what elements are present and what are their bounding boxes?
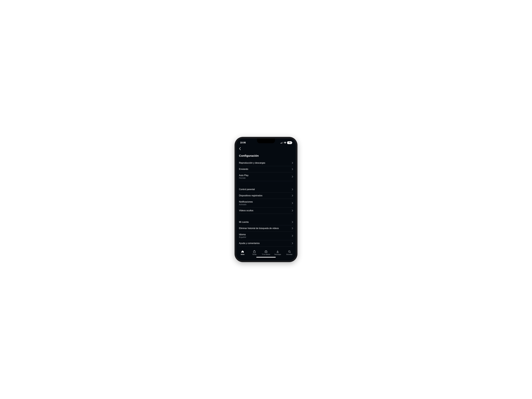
status-time: 10:06 — [240, 141, 246, 144]
chevron-right-icon — [292, 221, 293, 223]
chevron-right-icon — [292, 176, 293, 177]
row-clear-search-history[interactable]: Eliminar historial de búsqueda de videos — [239, 225, 293, 232]
row-label: Auto Play — [239, 174, 248, 177]
chevron-right-icon — [292, 242, 293, 244]
chevron-right-icon — [292, 227, 293, 229]
chevron-right-icon — [292, 235, 293, 237]
tab-find[interactable]: Encontrar — [284, 250, 295, 255]
nav-bar — [236, 146, 296, 152]
row-parental-control[interactable]: Control parental — [239, 186, 293, 193]
tab-store[interactable]: Tienda — [248, 250, 260, 255]
tab-label: TV en directo — [262, 254, 270, 255]
svg-point-6 — [288, 251, 290, 252]
tab-home[interactable]: Inicio — [237, 250, 248, 255]
row-label: Reproducción y descargas — [239, 162, 265, 164]
settings-group: Control parental Dispositivos registrado… — [239, 186, 293, 214]
settings-group: Reproducción y descargas Enviando Auto P… — [239, 160, 293, 181]
row-my-account[interactable]: Mi cuenta — [239, 219, 293, 225]
settings-group: Mi cuenta Eliminar historial de búsqueda… — [239, 219, 293, 247]
back-button[interactable] — [239, 147, 241, 150]
chevron-right-icon — [292, 202, 293, 204]
shopping-bag-icon — [253, 250, 256, 253]
tab-label: Tienda — [252, 254, 256, 255]
tv-icon — [265, 250, 267, 253]
tab-label: Inicio — [241, 254, 244, 255]
chevron-right-icon — [292, 168, 293, 170]
tab-downloads[interactable]: Descargas — [272, 250, 284, 255]
chevron-right-icon — [292, 188, 293, 190]
chevron-right-icon — [292, 210, 293, 212]
row-label: Control parental — [239, 188, 255, 191]
svg-rect-3 — [283, 142, 283, 144]
row-notifications[interactable]: Notificaciones Activado — [239, 199, 293, 208]
svg-rect-2 — [282, 142, 282, 144]
row-hidden-videos[interactable]: Videos ocultos — [239, 208, 293, 214]
download-icon — [276, 250, 279, 253]
battery-level: 75 — [289, 142, 290, 144]
tab-label: Encontrar — [286, 254, 292, 255]
search-icon — [288, 250, 291, 253]
tab-live-tv[interactable]: TV en directo — [260, 250, 272, 255]
row-help-feedback[interactable]: Ayuda y comentarios — [239, 240, 293, 247]
settings-list: Reproducción y descargas Enviando Auto P… — [236, 160, 296, 249]
row-autoplay[interactable]: Auto Play Permitir — [239, 172, 293, 181]
row-registered-devices[interactable]: Dispositivos registrados — [239, 193, 293, 199]
wifi-icon — [284, 142, 286, 144]
home-icon — [241, 250, 244, 253]
status-right: 75 — [280, 141, 292, 144]
home-indicator-area — [236, 256, 296, 260]
row-sublabel: Permitir — [239, 177, 248, 179]
svg-rect-4 — [253, 251, 255, 253]
cellular-signal-icon — [280, 142, 283, 144]
tab-label: Descargas — [274, 254, 281, 255]
row-sublabel: Activado — [239, 203, 253, 206]
phone-frame: 10:06 75 Configuración — [234, 137, 298, 262]
row-sublabel: Español — [239, 236, 246, 238]
row-label: Videos ocultos — [239, 209, 253, 212]
svg-rect-0 — [280, 143, 281, 144]
row-label: Eliminar historial de búsqueda de videos — [239, 227, 279, 230]
svg-rect-1 — [281, 143, 282, 144]
row-playback-downloads[interactable]: Reproducción y descargas — [239, 160, 293, 166]
phone-screen: 10:06 75 Configuración — [236, 139, 296, 260]
row-label: Enviando — [239, 168, 248, 171]
row-label: Mi cuenta — [239, 221, 248, 223]
home-indicator[interactable] — [256, 257, 276, 258]
tab-bar: Inicio Tienda TV en directo Descargas — [236, 249, 296, 256]
chevron-right-icon — [292, 162, 293, 164]
row-sending[interactable]: Enviando — [239, 166, 293, 172]
row-label: Idioma — [239, 233, 246, 236]
row-label: Ayuda y comentarios — [239, 242, 260, 245]
notch — [257, 139, 275, 143]
row-label: Dispositivos registrados — [239, 194, 262, 197]
battery-icon: 75 — [287, 141, 292, 144]
row-label: Notificaciones — [239, 201, 253, 203]
row-language[interactable]: Idioma Español — [239, 232, 293, 240]
page-title: Configuración — [236, 152, 296, 160]
chevron-right-icon — [292, 195, 293, 196]
